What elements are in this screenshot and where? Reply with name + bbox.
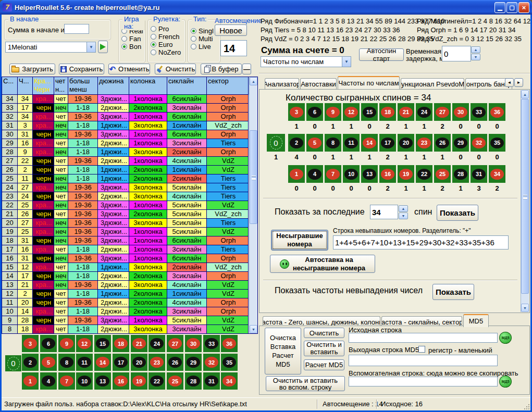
radio-option-fan[interactable]: Fan bbox=[121, 35, 145, 43]
table-row[interactable]: 1716кра...чет1-182дюжи...1колонка3сиклай… bbox=[2, 245, 249, 254]
spinner-down-icon[interactable]: ▼ bbox=[399, 213, 408, 219]
delay-spinner[interactable]: ▲ ▼ bbox=[471, 46, 480, 60]
table-row[interactable]: 2027кра...неч19-363дюжи...3колонка5сикла… bbox=[2, 219, 249, 228]
autoshift-new-button[interactable]: Новое bbox=[215, 24, 247, 36]
board-cell-18[interactable]: 18 bbox=[379, 103, 396, 121]
table-row[interactable]: 2126чернчет19-363дюжи...2колонка5сиклайн… bbox=[2, 210, 249, 219]
board-cell-27[interactable]: 27 bbox=[167, 335, 183, 352]
board-cell-1[interactable]: 1 bbox=[22, 372, 39, 390]
board-cell-6[interactable]: 6 bbox=[306, 103, 323, 121]
unplayed-string-input[interactable]: 1+4+5+6+7+10+13+15+29+30+32+33+35+36 bbox=[333, 235, 509, 249]
table-row[interactable]: 2225кра...неч19-363дюжи...1колонка5сикла… bbox=[2, 201, 249, 210]
column-header[interactable]: Ч... bbox=[18, 77, 33, 95]
board-cell-2[interactable]: 2 bbox=[288, 134, 305, 152]
column-header[interactable]: сектор bbox=[207, 77, 249, 95]
board-cell-15[interactable]: 15 bbox=[94, 335, 111, 352]
board-cell-19[interactable]: 19 bbox=[398, 165, 414, 183]
board-cell-28[interactable]: 28 bbox=[185, 372, 202, 390]
board-cell-14[interactable]: 14 bbox=[361, 134, 378, 152]
undo-button[interactable]: ↶Отменить bbox=[108, 64, 150, 74]
board-cell-31[interactable]: 31 bbox=[203, 372, 220, 390]
table-row[interactable]: 2722чернчет19-362дюжи...1колонка4сиклайн… bbox=[2, 157, 249, 166]
board-cell-13[interactable]: 13 bbox=[361, 165, 378, 183]
delay-input[interactable]: 0 bbox=[442, 46, 471, 61]
board-cell-23[interactable]: 23 bbox=[416, 134, 432, 152]
save-button[interactable]: Сохранить bbox=[59, 64, 104, 74]
spinner-up-icon[interactable]: ▲ bbox=[399, 205, 408, 212]
board-cell-9[interactable]: 9 bbox=[58, 335, 75, 352]
table-row[interactable]: 1925кра...неч19-363дюжи...1колонка5сикла… bbox=[2, 228, 249, 236]
lowercase-checkbox[interactable] bbox=[418, 346, 425, 353]
scrollbar-thumb[interactable] bbox=[521, 99, 529, 294]
table-row[interactable]: 289кра...неч1-181дюжи...3колонка2сиклайн… bbox=[2, 148, 249, 157]
board-cell-22[interactable]: 22 bbox=[149, 372, 165, 390]
table-row[interactable]: 262чернчет1-181дюжи...2колонка1сиклайнVd… bbox=[2, 166, 249, 174]
board-cell-34[interactable]: 34 bbox=[489, 165, 505, 183]
board-cell-20[interactable]: 20 bbox=[398, 134, 414, 152]
board-cell-6[interactable]: 6 bbox=[40, 335, 57, 352]
clear-button[interactable]: Очистить bbox=[155, 64, 196, 74]
md5-clear-paste-calc-button[interactable]: Очистка Вставка Расчет MD5 bbox=[265, 328, 301, 374]
tab-2[interactable]: Автоставки bbox=[300, 78, 337, 89]
title-bar[interactable]: 7 HelperRoullet 5.6- create helperroulle… bbox=[0, 0, 532, 15]
board-cell-29[interactable]: 29 bbox=[452, 134, 469, 152]
unplayed-numbers-button[interactable]: Несыгравшие номера bbox=[271, 230, 328, 251]
column-header[interactable]: дюжина bbox=[98, 77, 129, 95]
board-cell-36[interactable]: 36 bbox=[221, 335, 238, 352]
radio-option-euro[interactable]: Euro bbox=[151, 41, 185, 48]
board-cell-16[interactable]: 16 bbox=[379, 165, 396, 183]
board-cell-2[interactable]: 2 bbox=[22, 354, 39, 371]
table-row[interactable]: 2916кра...чет1-182дюжи...1колонка3сиклай… bbox=[2, 139, 249, 148]
board-cell-19[interactable]: 19 bbox=[131, 372, 147, 390]
table-row[interactable]: 3031черннеч19-363дюжи...1колонка6сиклайн… bbox=[2, 130, 249, 139]
table-row[interactable]: 1014кра...чет1-182дюжи...2колонка3сиклай… bbox=[2, 307, 249, 316]
board-cell-32[interactable]: 32 bbox=[203, 354, 220, 371]
board-cell-26[interactable]: 26 bbox=[167, 354, 183, 371]
board-cell-18[interactable]: 18 bbox=[113, 335, 129, 352]
board-cell-14[interactable]: 14 bbox=[94, 354, 111, 371]
tab-scroll-left-icon[interactable]: ◄ bbox=[505, 78, 514, 87]
autospin-start-button[interactable]: Автоспин старт bbox=[359, 48, 404, 61]
board-cell-8[interactable]: 8 bbox=[325, 134, 341, 152]
chevron-down-icon[interactable]: ▼ bbox=[86, 42, 95, 52]
history-table-scrollbar[interactable]: ▲ ▼ bbox=[249, 77, 257, 333]
board-cell-13[interactable]: 13 bbox=[94, 372, 111, 390]
board-cell-28[interactable]: 28 bbox=[452, 165, 469, 183]
md5-clear-button[interactable]: Очистить bbox=[304, 328, 344, 338]
radio-option-french[interactable]: French bbox=[151, 33, 185, 41]
board-cell-21[interactable]: 21 bbox=[131, 335, 147, 352]
board-cell-27[interactable]: 27 bbox=[434, 103, 451, 121]
column-header[interactable]: сиклайн bbox=[167, 77, 207, 95]
md5-clear-and-paste-button[interactable]: Очистить и вставить bbox=[304, 341, 344, 356]
scroll-up-icon[interactable]: ▲ bbox=[250, 77, 257, 85]
tab-1[interactable]: Анализатор bbox=[265, 78, 299, 89]
resize-grip[interactable] bbox=[523, 403, 529, 409]
board-cell-12[interactable]: 12 bbox=[76, 335, 93, 352]
board-cell-4[interactable]: 4 bbox=[306, 165, 323, 183]
board-cell-5[interactable]: 5 bbox=[40, 354, 57, 371]
board-cell-7[interactable]: 7 bbox=[58, 372, 75, 390]
md5-run-icon[interactable]: МД5 bbox=[499, 332, 512, 344]
table-row[interactable]: 122чернчет1-181дюжи...2колонка1сиклайнVd… bbox=[2, 290, 249, 298]
tab-scroll-right-icon[interactable]: ► bbox=[514, 78, 523, 87]
start-sum-input[interactable] bbox=[64, 24, 89, 34]
table-row[interactable]: 3317черннеч1-182дюжи...2колонка3сиклайнO… bbox=[2, 104, 249, 113]
board-cell-29[interactable]: 29 bbox=[185, 354, 202, 371]
board-cell-26[interactable]: 26 bbox=[434, 134, 451, 152]
board-cell-25[interactable]: 25 bbox=[434, 165, 451, 183]
board-cell-5[interactable]: 5 bbox=[306, 134, 323, 152]
table-row[interactable]: 2511черннеч1-181дюжи...2колонка2сиклайнT… bbox=[2, 174, 249, 183]
table-row[interactable]: 313кра...неч1-181дюжи...3колонка1сиклайн… bbox=[2, 121, 249, 130]
board-cell-3[interactable]: 3 bbox=[22, 335, 39, 352]
table-row[interactable]: 3234кра...чет19-363дюжи...1колонка6сикла… bbox=[2, 113, 249, 121]
scroll-down-icon[interactable]: ▼ bbox=[521, 304, 529, 312]
board-cell-3[interactable]: 3 bbox=[288, 103, 305, 121]
board-cell-24[interactable]: 24 bbox=[416, 103, 432, 121]
board-cell-23[interactable]: 23 bbox=[149, 354, 165, 371]
spinner-down-icon[interactable]: ▼ bbox=[471, 54, 480, 60]
collapse-button[interactable]: — bbox=[242, 64, 251, 74]
frequencies-scrollbar[interactable]: ▲ ▼ bbox=[521, 90, 529, 312]
board-cell-17[interactable]: 17 bbox=[379, 134, 396, 152]
board-cell-25[interactable]: 25 bbox=[167, 372, 183, 390]
md5-aux-input[interactable] bbox=[349, 377, 498, 386]
